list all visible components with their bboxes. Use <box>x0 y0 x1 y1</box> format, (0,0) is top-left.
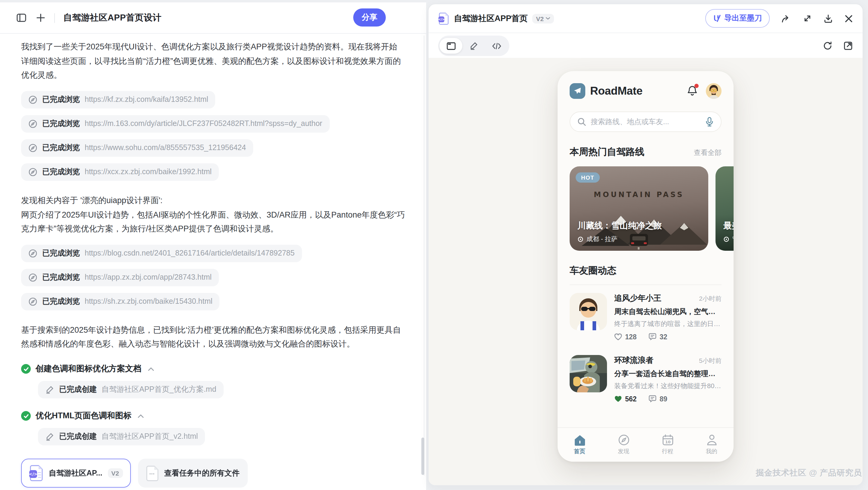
like-button[interactable]: 128 <box>614 333 637 340</box>
comment-icon <box>649 333 656 340</box>
poster-avatar[interactable] <box>569 355 607 392</box>
avatar-illustration <box>706 83 721 99</box>
export-to-modao-button[interactable]: 导出至墨刀 <box>705 9 770 28</box>
check-circle-icon <box>21 364 31 374</box>
task-item[interactable]: 创建色调和图标优化方案文档 <box>21 363 405 374</box>
nav-itinerary[interactable]: 10 行程 <box>646 434 689 456</box>
browsed-url: https://sh.zx.zbj.com/baike/15430.html <box>85 298 213 306</box>
like-button[interactable]: 562 <box>614 395 637 402</box>
view-all-link[interactable]: 查看全部 <box>694 148 721 157</box>
browsed-link-chip[interactable]: 已完成浏览 https://blog.csdn.net/2401_8261716… <box>21 245 302 262</box>
route-card-partial[interactable]: 最美 宁 <box>715 166 734 251</box>
route-card-chuanzang[interactable]: HOT MOUNTAIN PASS <box>569 166 708 251</box>
app-header: RoadMate <box>569 83 721 99</box>
notification-dot <box>694 84 699 88</box>
browsed-link-chip[interactable]: 已完成浏览 https://xcx.zx.zbj.com/baike/1992.… <box>21 163 219 181</box>
like-count: 128 <box>625 333 637 340</box>
browsed-url: https://blog.csdn.net/2401_82617164/arti… <box>85 249 294 258</box>
modao-logo-icon <box>713 14 721 22</box>
hot-routes-carousel[interactable]: HOT MOUNTAIN PASS <box>569 166 721 251</box>
preview-mode-tab[interactable] <box>439 38 462 54</box>
search-placeholder: 搜索路线、地点或车友... <box>591 117 669 127</box>
post-title[interactable]: 分享一套适合长途自驾的整理清单 <box>614 369 721 379</box>
header-divider <box>54 13 55 23</box>
sidebar-toggle-button[interactable] <box>13 10 29 26</box>
poster-avatar[interactable] <box>569 293 607 330</box>
compass-icon <box>28 297 37 306</box>
comment-count: 89 <box>659 395 667 402</box>
browse-status-label: 已完成浏览 <box>42 297 80 307</box>
search-bar[interactable]: 搜索路线、地点或车友... <box>569 112 721 132</box>
app-logo <box>569 83 585 99</box>
created-file-chip[interactable]: 已完成创建 自驾游社区APP首页_v2.html <box>38 428 205 446</box>
svg-text:</>: </> <box>29 471 37 477</box>
all-files-card[interactable]: ··· 查看任务中的所有文件 <box>138 459 247 488</box>
created-file-chip[interactable]: 已完成创建 自驾游社区APP首页_优化方案.md <box>38 381 224 398</box>
task-item[interactable]: 优化HTML页面色调和图标 <box>21 410 405 421</box>
compass-icon <box>28 167 37 177</box>
browsed-link-chip[interactable]: 已完成浏览 https://www.sohu.com/a/855557535_1… <box>21 139 253 157</box>
html-file-card[interactable]: </> 自驾游社区AP... V2 <box>21 459 130 488</box>
edit-mode-tab[interactable] <box>462 38 485 54</box>
svg-text:</>: </> <box>438 17 444 21</box>
post-time: 5小时前 <box>699 357 721 365</box>
svg-text:···: ··· <box>149 471 154 477</box>
discovery-summary: 网页介绍了2025年UI设计趋势，包括AI驱动的个性化界面、微动效、3D/AR应… <box>21 208 405 236</box>
expand-icon[interactable] <box>803 14 812 23</box>
version-label: V2 <box>536 15 544 22</box>
result-file-cards: </> 自驾游社区AP... V2 ··· 查看任务中的所有文件 <box>21 459 405 488</box>
browsed-url: https://kf.zx.zbj.com/kaifa/13952.html <box>85 95 208 104</box>
poster-name[interactable]: 追风少年小王 <box>614 293 661 304</box>
notifications-button[interactable] <box>687 85 698 97</box>
refresh-icon[interactable] <box>823 41 832 51</box>
nav-home[interactable]: 首页 <box>558 434 601 455</box>
version-selector[interactable]: V2 <box>532 13 554 23</box>
file-card-name: 自驾游社区AP... <box>49 468 102 478</box>
code-mode-tab[interactable] <box>485 38 508 54</box>
chat-scroll-area[interactable]: 我找到了一些关于2025年现代UI设计、色调优化方案以及旅行类APP视觉设计趋势… <box>0 34 426 490</box>
comment-icon <box>649 395 656 403</box>
feed-post[interactable]: 追风少年小王 2小时前 周末自驾去松山湖兜风，空气真的太... 终于逃离了城市的… <box>569 285 721 347</box>
browsed-link-chip[interactable]: 已完成浏览 https://sh.zx.zbj.com/baike/15430.… <box>21 293 220 310</box>
phone-mockup: RoadMate <box>558 71 734 462</box>
plus-icon <box>36 13 45 22</box>
nav-profile[interactable]: 我的 <box>689 434 734 456</box>
download-icon[interactable] <box>824 13 833 23</box>
browsed-link-chip[interactable]: 已完成浏览 https://app.zx.zbj.com/app/28743.h… <box>21 269 219 286</box>
share-button[interactable]: 分享 <box>353 8 386 27</box>
nav-discover[interactable]: 发现 <box>601 434 646 456</box>
chevron-up-icon[interactable] <box>137 414 144 418</box>
feed-post[interactable]: 环球流浪者 5小时前 分享一套适合长途自驾的整理清单 装备党看过来！这些好物能提… <box>569 347 721 409</box>
user-avatar[interactable] <box>706 83 721 99</box>
paper-plane-icon <box>573 87 582 95</box>
browsed-link-chip[interactable]: 已完成浏览 https://kf.zx.zbj.com/kaifa/13952.… <box>21 91 216 109</box>
chat-scrollbar-thumb[interactable] <box>421 437 424 475</box>
preview-actions: 导出至墨刀 <box>705 9 853 28</box>
location-target-icon <box>723 236 730 242</box>
browsed-url: https://www.sohu.com/a/855557535_1219564… <box>85 144 246 152</box>
location-target-icon <box>578 236 584 242</box>
view-mode-segment <box>438 36 509 56</box>
compass-icon <box>28 249 37 258</box>
chat-header: 自驾游社区APP首页设计 分享 <box>0 2 426 34</box>
assistant-paragraph: 我找到了一些关于2025年现代UI设计、色调优化方案以及旅行类APP视觉设计趋势… <box>21 40 405 83</box>
route-location: 宁 <box>723 235 734 244</box>
route-endpoints: 宁 <box>733 235 734 244</box>
community-watermark: 掘金技术社区 @ 产品研究员 <box>756 468 862 479</box>
share-forward-icon[interactable] <box>781 13 792 23</box>
post-title[interactable]: 周末自驾去松山湖兜风，空气真的太... <box>614 307 721 317</box>
heart-filled-icon <box>614 395 622 402</box>
new-task-button[interactable] <box>33 10 48 26</box>
comment-button[interactable]: 89 <box>649 395 667 403</box>
close-icon[interactable] <box>844 14 853 23</box>
nav-label: 发现 <box>618 448 629 456</box>
chevron-up-icon[interactable] <box>147 367 154 371</box>
browsed-link-chip[interactable]: 已完成浏览 https://m.163.com/dy/article/JLCF2… <box>21 115 330 132</box>
poster-name[interactable]: 环球流浪者 <box>614 355 653 366</box>
comment-button[interactable]: 32 <box>649 333 667 340</box>
open-external-icon[interactable] <box>843 41 853 51</box>
compass-icon <box>28 144 37 152</box>
microphone-icon[interactable] <box>705 117 714 127</box>
browsed-url: https://xcx.zx.zbj.com/baike/1992.html <box>85 168 212 176</box>
browsed-url: https://app.zx.zbj.com/app/28743.html <box>85 273 212 282</box>
